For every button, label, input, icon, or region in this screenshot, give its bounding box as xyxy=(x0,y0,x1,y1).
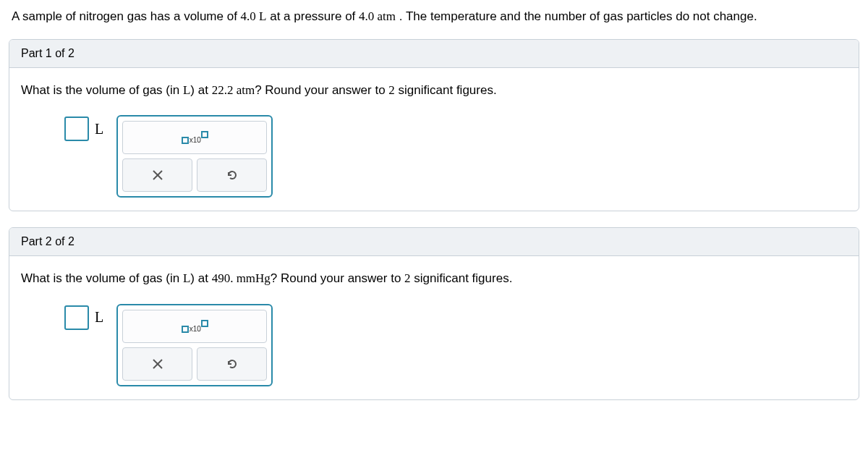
action-row xyxy=(122,347,267,381)
sci-notation-button[interactable]: x10 xyxy=(122,310,267,343)
undo-button[interactable] xyxy=(197,158,267,192)
part-2-container: Part 2 of 2 What is the volume of gas (i… xyxy=(9,227,859,400)
clear-button[interactable] xyxy=(122,158,192,192)
close-icon xyxy=(152,169,163,181)
q2-suffix2: significant figures. xyxy=(411,271,513,285)
answer-input[interactable] xyxy=(64,305,89,330)
undo-icon xyxy=(226,169,239,182)
sci-base-box-icon xyxy=(182,137,189,144)
part-2-question: What is the volume of gas (in L) at 490.… xyxy=(21,269,847,288)
sci-notation-row: x10 xyxy=(122,310,267,343)
problem-suffix: . The temperature and the number of gas … xyxy=(399,9,757,23)
part-1-answer-field: L xyxy=(64,117,103,141)
sci-x10-label: x10 xyxy=(189,325,202,333)
problem-prefix: A sample of nitrogen gas has a volume of xyxy=(12,9,241,23)
problem-mid: at a pressure of xyxy=(270,9,359,23)
part-1-tool-panel: x10 xyxy=(116,115,273,198)
part-1-container: Part 1 of 2 What is the volume of gas (i… xyxy=(9,39,859,212)
problem-pressure: 4.0 atm xyxy=(359,9,396,23)
close-icon xyxy=(152,358,163,370)
q2-mid: ) at xyxy=(190,271,211,285)
sci-notation-button[interactable]: x10 xyxy=(122,121,267,154)
q2-unit-symbol: L xyxy=(183,271,190,285)
clear-button[interactable] xyxy=(122,347,192,381)
problem-volume: 4.0 L xyxy=(241,9,267,23)
part-2-answer-row: L x10 xyxy=(21,304,847,386)
problem-statement: A sample of nitrogen gas has a volume of… xyxy=(0,0,868,39)
answer-unit-label: L xyxy=(95,121,103,137)
undo-button[interactable] xyxy=(197,347,267,381)
part-1-question: What is the volume of gas (in L) at 22.2… xyxy=(21,81,847,100)
part-1-answer-row: L x10 xyxy=(21,115,847,198)
part-2-header: Part 2 of 2 xyxy=(9,228,859,256)
q2-prefix: What is the volume of gas (in xyxy=(21,271,183,285)
answer-unit-label: L xyxy=(95,309,103,326)
q2-sigfigs: 2 xyxy=(404,271,411,285)
part-1-body: What is the volume of gas (in L) at 22.2… xyxy=(9,68,859,211)
q1-value: 22.2 atm xyxy=(212,83,255,97)
q2-value: 490. mmHg xyxy=(212,271,271,285)
q1-unit-symbol: L xyxy=(183,83,190,97)
sci-x10-label: x10 xyxy=(189,136,202,144)
sci-base-box-icon xyxy=(182,326,189,333)
sci-exp-box-icon xyxy=(201,320,208,327)
sci-notation-row: x10 xyxy=(122,121,267,154)
part-2-tool-panel: x10 xyxy=(116,304,273,386)
q2-suffix1: ? Round your answer to xyxy=(271,271,404,285)
sci-notation-icon: x10 xyxy=(182,320,208,333)
sci-notation-icon: x10 xyxy=(182,131,208,144)
q1-prefix: What is the volume of gas (in xyxy=(21,83,183,97)
part-2-answer-field: L xyxy=(64,305,103,330)
answer-input[interactable] xyxy=(64,117,89,141)
part-2-body: What is the volume of gas (in L) at 490.… xyxy=(9,256,859,399)
q1-suffix1: ? Round your answer to xyxy=(255,83,388,97)
q1-sigfigs: 2 xyxy=(388,83,395,97)
q1-mid: ) at xyxy=(190,83,211,97)
undo-icon xyxy=(226,357,239,371)
action-row xyxy=(122,158,267,192)
part-1-header: Part 1 of 2 xyxy=(9,40,859,68)
q1-suffix2: significant figures. xyxy=(395,83,497,97)
sci-exp-box-icon xyxy=(201,131,208,138)
